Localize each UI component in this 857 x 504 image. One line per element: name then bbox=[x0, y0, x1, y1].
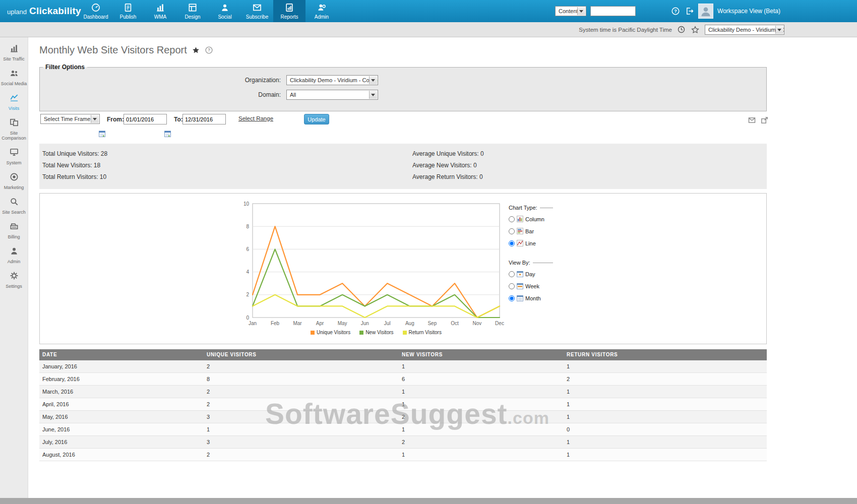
sidebar-item-settings[interactable]: Settings bbox=[0, 271, 28, 289]
radio-label: Line bbox=[525, 240, 536, 246]
table-cell: 6 bbox=[399, 373, 564, 386]
table-cell: January, 2016 bbox=[39, 360, 204, 373]
global-search-input[interactable] bbox=[590, 6, 636, 16]
legend-swatch bbox=[403, 331, 407, 335]
chart-type-radio-column[interactable] bbox=[509, 216, 515, 222]
organization-select[interactable]: Clickability Demo - Viridium - Corporat bbox=[286, 75, 378, 85]
svg-text:Jul: Jul bbox=[384, 321, 391, 326]
radio-option-week[interactable]: Week bbox=[509, 283, 553, 289]
svg-text:?: ? bbox=[208, 47, 210, 52]
clock-icon[interactable] bbox=[677, 25, 686, 34]
content-type-select[interactable]: Content bbox=[555, 6, 586, 16]
email-report-icon[interactable] bbox=[748, 116, 756, 127]
radio-option-column[interactable]: Column bbox=[509, 216, 553, 222]
organization-row: Organization: Clickability Demo - Viridi… bbox=[40, 75, 766, 85]
radio-label: Week bbox=[525, 283, 539, 289]
help-icon[interactable]: ? bbox=[671, 7, 680, 16]
topbar-right-cluster: Content ? Workspace View (Beta) bbox=[555, 4, 857, 19]
table-cell: July, 2016 bbox=[39, 436, 204, 449]
radio-option-bar[interactable]: Bar bbox=[509, 228, 553, 234]
sidebar-item-system[interactable]: System bbox=[0, 147, 28, 165]
domain-select[interactable]: All bbox=[286, 90, 378, 100]
radio-option-day[interactable]: Day bbox=[509, 271, 553, 277]
sidebar-item-visits[interactable]: Visits bbox=[0, 93, 28, 111]
nav-item-publish[interactable]: Publish bbox=[112, 0, 144, 22]
sidebar-item-marketing[interactable]: Marketing bbox=[0, 172, 28, 190]
from-date-input[interactable] bbox=[124, 114, 167, 124]
filter-options-fieldset: Filter Options Organization: Clickabilit… bbox=[39, 64, 767, 111]
view-by-radio-month[interactable] bbox=[509, 295, 515, 301]
chart-type-radio-line[interactable] bbox=[509, 240, 515, 246]
export-report-icon[interactable] bbox=[760, 116, 769, 127]
svg-text:Oct: Oct bbox=[451, 321, 459, 326]
settings-icon bbox=[9, 271, 19, 283]
update-button[interactable]: Update bbox=[304, 114, 329, 124]
nav-item-dashboard[interactable]: Dashboard bbox=[80, 0, 112, 22]
sidebar-item-label: Admin bbox=[7, 259, 22, 264]
sidebar-item-site-comparison[interactable]: Site Comparison bbox=[0, 117, 28, 141]
nav-item-label: Subscribe bbox=[246, 14, 268, 20]
table-cell: 3 bbox=[204, 411, 399, 423]
radio-option-month[interactable]: Month bbox=[509, 295, 553, 301]
timeframe-select[interactable]: Select Time Frame bbox=[40, 114, 100, 124]
sidebar-item-admin[interactable]: Admin bbox=[0, 246, 28, 264]
chart-panel: 0246810JanFebMarAprMayJunJulAugSepOctNov… bbox=[39, 193, 767, 344]
table-row[interactable]: May, 2016321 bbox=[39, 411, 767, 423]
sidebar-item-label: Site Traffic bbox=[2, 56, 25, 61]
nav-item-wma[interactable]: WMA bbox=[144, 0, 176, 22]
day-calendar-icon bbox=[517, 271, 523, 277]
workspace-select-value: Clickability Demo - Viridium - Cc bbox=[708, 27, 784, 33]
sidebar-item-social-media[interactable]: Social Media bbox=[0, 68, 28, 86]
to-calendar-icon[interactable] bbox=[164, 130, 171, 139]
column-header: RETURN VISITORS bbox=[564, 349, 767, 360]
table-row[interactable]: July, 2016321 bbox=[39, 436, 767, 449]
table-row[interactable]: January, 2016211 bbox=[39, 360, 767, 373]
table-cell: 1 bbox=[564, 411, 767, 423]
select-range-link[interactable]: Select Range bbox=[238, 115, 273, 121]
column-chart-mini-icon bbox=[517, 216, 523, 222]
nav-item-design[interactable]: Design bbox=[176, 0, 209, 22]
summary-line: Total New Visitors: 18 bbox=[42, 160, 107, 171]
nav-item-social[interactable]: Social bbox=[209, 0, 241, 22]
table-row[interactable]: June, 2016110 bbox=[39, 423, 767, 436]
horizontal-scrollbar[interactable] bbox=[0, 498, 857, 504]
top-navigation-bar: upland Clickability DashboardPublishWMAD… bbox=[0, 0, 857, 22]
logout-icon[interactable] bbox=[685, 7, 694, 16]
visits-icon bbox=[9, 93, 19, 105]
svg-text:Dec: Dec bbox=[495, 321, 504, 326]
from-calendar-icon[interactable] bbox=[99, 130, 105, 139]
table-row[interactable]: March, 2016211 bbox=[39, 386, 767, 398]
table-cell: March, 2016 bbox=[39, 386, 204, 398]
table-row[interactable]: August, 2016211 bbox=[39, 449, 767, 461]
sidebar-item-site-traffic[interactable]: Site Traffic bbox=[0, 43, 28, 61]
organization-label: Organization: bbox=[40, 77, 286, 84]
sidebar-item-site-search[interactable]: Site Search bbox=[0, 197, 28, 215]
status-bar: System time is Pacific Daylight Time Cli… bbox=[0, 22, 857, 37]
table-header-row: DATEUNIQUE VISITORSNEW VISITORSRETURN VI… bbox=[39, 349, 767, 360]
sidebar-item-label: System bbox=[5, 160, 22, 165]
nav-item-subscribe[interactable]: Subscribe bbox=[241, 0, 273, 22]
to-label: To: bbox=[174, 116, 183, 123]
radio-option-line[interactable]: Line bbox=[509, 240, 553, 246]
workspace-select[interactable]: Clickability Demo - Viridium - Cc bbox=[705, 25, 784, 35]
report-help-icon[interactable]: ? bbox=[205, 46, 213, 54]
to-date-input[interactable] bbox=[182, 114, 226, 124]
sidebar-item-label: Site Search bbox=[1, 210, 27, 215]
favorite-report-star-icon[interactable] bbox=[192, 46, 200, 54]
nav-item-reports[interactable]: Reports bbox=[273, 0, 305, 22]
user-avatar[interactable] bbox=[698, 4, 713, 19]
column-header: UNIQUE VISITORS bbox=[204, 349, 399, 360]
sidebar-item-billing[interactable]: Billing bbox=[0, 221, 28, 239]
table-row[interactable]: April, 2016211 bbox=[39, 398, 767, 411]
view-by-radio-day[interactable] bbox=[509, 271, 515, 277]
upland-clickability-logo[interactable]: upland Clickability bbox=[0, 6, 80, 17]
chart-type-radio-bar[interactable] bbox=[509, 228, 515, 234]
view-by-radio-week[interactable] bbox=[509, 283, 515, 289]
favorite-star-icon[interactable] bbox=[691, 25, 700, 34]
billing-icon bbox=[9, 221, 19, 233]
table-row[interactable]: February, 2016862 bbox=[39, 373, 767, 386]
nav-item-label: Reports bbox=[280, 14, 298, 20]
nav-item-admin[interactable]: Admin bbox=[305, 0, 338, 22]
content-type-select-value: Content bbox=[559, 8, 578, 14]
table-cell: 2 bbox=[399, 436, 564, 449]
